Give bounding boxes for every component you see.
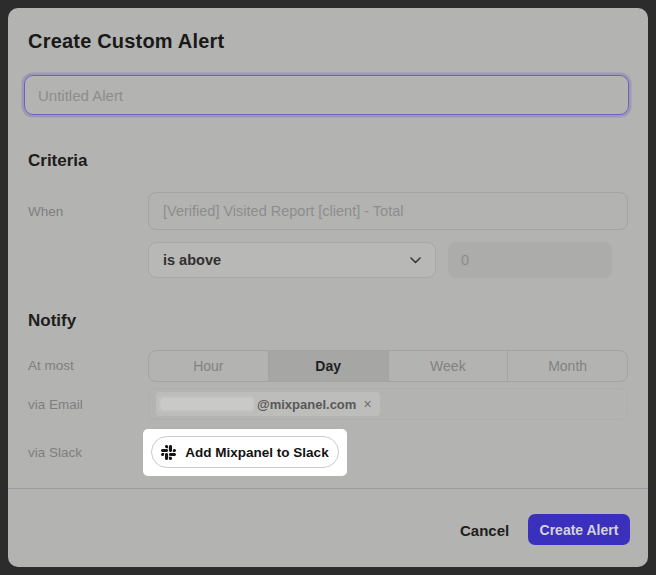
when-label: When [28, 204, 63, 219]
create-alert-button[interactable]: Create Alert [528, 514, 630, 545]
dialog-title: Create Custom Alert [28, 30, 224, 53]
slack-button-label: Add Mixpanel to Slack [185, 445, 328, 460]
threshold-input[interactable]: 0 [448, 242, 612, 278]
frequency-segmented-control: Hour Day Week Month [148, 350, 628, 382]
metric-field[interactable]: [Verified] Visited Report [client] - Tot… [148, 192, 628, 230]
email-chip-domain: @mixpanel.com [257, 397, 356, 412]
criteria-heading: Criteria [28, 151, 88, 171]
slack-button-spotlight: Add Mixpanel to Slack [143, 429, 347, 476]
frequency-option-month[interactable]: Month [507, 351, 627, 381]
add-mixpanel-to-slack-button[interactable]: Add Mixpanel to Slack [151, 436, 339, 468]
at-most-label: At most [28, 358, 74, 373]
frequency-option-week[interactable]: Week [388, 351, 508, 381]
alert-name-input[interactable] [24, 75, 629, 115]
metric-field-text: [Verified] Visited Report [client] - Tot… [163, 203, 403, 219]
redacted-email-username [160, 397, 254, 411]
footer-divider [8, 488, 648, 489]
notify-heading: Notify [28, 311, 76, 331]
slack-icon [161, 445, 176, 460]
frequency-option-hour[interactable]: Hour [149, 351, 268, 381]
create-custom-alert-dialog: Create Custom Alert Criteria When [Verif… [8, 8, 648, 567]
email-recipients-field[interactable]: @mixpanel.com × [148, 388, 628, 420]
chevron-down-icon [410, 257, 421, 264]
screen-backdrop: Create Custom Alert Criteria When [Verif… [0, 0, 656, 575]
email-chip: @mixpanel.com × [156, 392, 380, 416]
operator-selected-value: is above [163, 252, 221, 268]
threshold-value: 0 [461, 252, 469, 268]
via-slack-label: via Slack [28, 445, 82, 460]
cancel-button[interactable]: Cancel [452, 518, 517, 542]
operator-select[interactable]: is above [148, 242, 436, 278]
frequency-option-day[interactable]: Day [268, 351, 388, 381]
via-email-label: via Email [28, 397, 83, 412]
remove-email-icon[interactable]: × [363, 397, 371, 411]
